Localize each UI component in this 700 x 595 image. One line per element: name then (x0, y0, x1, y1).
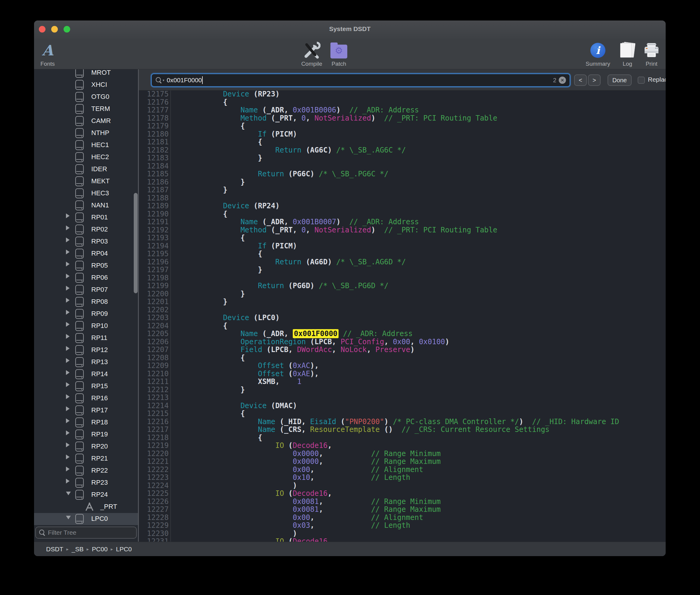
code-line: { (188, 138, 619, 146)
filter-tree-input[interactable]: Filter Tree (35, 527, 137, 539)
printer-icon (643, 40, 660, 60)
breadcrumb-item-_sb[interactable]: _SB (72, 545, 84, 553)
chevron-down-icon[interactable]: ▾ (163, 78, 164, 82)
breadcrumb-separator-icon: ▸ (66, 546, 69, 552)
sidebar-item-rp21[interactable]: RP21 (34, 453, 138, 465)
disclosure-closed-icon[interactable] (66, 370, 69, 375)
clear-search-icon[interactable]: ✕ (559, 77, 566, 84)
sidebar-item-camr[interactable]: CAMR (34, 115, 138, 127)
sidebar-item-rp02[interactable]: RP02 (34, 224, 138, 236)
disclosure-closed-icon[interactable] (66, 358, 69, 363)
sidebar-item-rp11[interactable]: RP11 (34, 332, 138, 344)
line-number: 12211 (139, 378, 169, 386)
sidebar-item-term[interactable]: TERM (34, 103, 138, 115)
sidebar-item-rp07[interactable]: RP07 (34, 284, 138, 296)
disclosure-closed-icon[interactable] (66, 466, 69, 472)
disclosure-closed-icon[interactable] (66, 310, 69, 315)
disclosure-open-icon[interactable] (66, 516, 71, 519)
sidebar-item-rp17[interactable]: RP17 (34, 404, 138, 417)
disclosure-closed-icon[interactable] (66, 286, 69, 290)
sidebar-item-rp04[interactable]: RP04 (34, 248, 138, 260)
sidebar-item-mrot[interactable]: MROT (34, 69, 138, 79)
disclosure-open-icon[interactable] (66, 491, 71, 495)
code-editor[interactable]: 1217512176121771217812179121801218112182… (139, 90, 666, 542)
sidebar-item-rp13[interactable]: RP13 (34, 356, 138, 368)
sidebar-item-rp01[interactable]: RP01 (34, 211, 138, 224)
code-line: { (188, 354, 619, 362)
sidebar-item-hec1[interactable]: HEC1 (34, 139, 138, 151)
sidebar-item-_prt[interactable]: _PRT (34, 501, 138, 513)
disclosure-closed-icon[interactable] (66, 214, 69, 218)
disclosure-closed-icon[interactable] (66, 418, 69, 423)
disclosure-closed-icon[interactable] (66, 406, 69, 411)
sidebar-item-hec3[interactable]: HEC3 (34, 188, 138, 200)
disclosure-closed-icon[interactable] (66, 237, 69, 242)
line-number: 12206 (139, 338, 169, 346)
find-next-button[interactable]: > (588, 75, 601, 86)
sidebar-item-rp03[interactable]: RP03 (34, 236, 138, 248)
sidebar-item-rp18[interactable]: RP18 (34, 417, 138, 429)
disclosure-closed-icon[interactable] (66, 479, 69, 483)
disclosure-closed-icon[interactable] (66, 334, 69, 339)
sidebar-item-hec2[interactable]: HEC2 (34, 151, 138, 163)
line-number: 12204 (139, 322, 169, 330)
find-previous-button[interactable]: < (574, 75, 587, 86)
sidebar-item-rp10[interactable]: RP10 (34, 320, 138, 332)
sidebar-item-rp09[interactable]: RP09 (34, 308, 138, 320)
disclosure-closed-icon[interactable] (66, 250, 69, 254)
device-icon (75, 418, 84, 427)
window-title: System DSDT (34, 25, 666, 33)
filter-search-icon (39, 529, 45, 536)
line-number: 12224 (139, 482, 169, 490)
sidebar-item-nthp[interactable]: NTHP (34, 127, 138, 139)
disclosure-closed-icon[interactable] (66, 455, 69, 459)
sidebar-item-xhci[interactable]: XHCI (34, 79, 138, 91)
sidebar-item-nan1[interactable]: NAN1 (34, 200, 138, 211)
sidebar-item-rp19[interactable]: RP19 (34, 429, 138, 441)
sidebar-item-rp24[interactable]: RP24 (34, 489, 138, 501)
line-number: 12197 (139, 266, 169, 274)
search-input[interactable]: ▾ 0x001F0000 2 ✕ (151, 73, 571, 87)
sidebar-item-rp16[interactable]: RP16 (34, 392, 138, 404)
print-button[interactable]: Print (632, 40, 666, 67)
breadcrumb-item-dsdt[interactable]: DSDT (46, 545, 63, 553)
breadcrumb-item-pc00[interactable]: PC00 (92, 545, 108, 553)
disclosure-closed-icon[interactable] (66, 274, 69, 279)
device-icon (75, 429, 84, 440)
sidebar-item-rp23[interactable]: RP23 (34, 477, 138, 489)
sidebar-item-rp08[interactable]: RP08 (34, 296, 138, 308)
line-number: 12198 (139, 274, 169, 282)
done-button[interactable]: Done (608, 75, 632, 86)
disclosure-closed-icon[interactable] (66, 225, 69, 230)
disclosure-closed-icon[interactable] (66, 382, 69, 387)
sidebar-item-label: RP13 (91, 358, 108, 366)
sidebar-item-rp15[interactable]: RP15 (34, 380, 138, 392)
disclosure-closed-icon[interactable] (66, 394, 69, 399)
text-caret (202, 76, 203, 84)
sidebar-item-lpc0[interactable]: LPC0 (34, 513, 138, 525)
disclosure-closed-icon[interactable] (66, 262, 69, 266)
disclosure-closed-icon[interactable] (66, 346, 69, 351)
sidebar-item-rp20[interactable]: RP20 (34, 441, 138, 453)
disclosure-closed-icon[interactable] (66, 443, 69, 447)
sidebar-item-rp14[interactable]: RP14 (34, 368, 138, 380)
sidebar-item-mekt[interactable]: MEKT (34, 175, 138, 188)
fonts-button[interactable]: A Fonts (34, 40, 67, 67)
disclosure-closed-icon[interactable] (66, 298, 69, 303)
replace-checkbox[interactable] (638, 77, 645, 84)
patch-button[interactable]: ⚙ Patch (319, 40, 359, 67)
disclosure-closed-icon[interactable] (66, 322, 69, 327)
code-line: } (188, 298, 619, 306)
sidebar-item-ider[interactable]: IDER (34, 163, 138, 175)
sidebar-scrollbar[interactable] (134, 193, 138, 293)
disclosure-closed-icon[interactable] (66, 430, 69, 435)
sidebar-item-rp05[interactable]: RP05 (34, 260, 138, 272)
sidebar-item-label: RP18 (91, 418, 108, 426)
sidebar-item-rp12[interactable]: RP12 (34, 344, 138, 356)
sidebar-item-otg0[interactable]: OTG0 (34, 91, 138, 103)
code-content[interactable]: Device (RP23) { Name (_ADR, 0x001B0006) … (188, 90, 619, 542)
code-line: } (188, 186, 619, 194)
sidebar-item-rp22[interactable]: RP22 (34, 465, 138, 477)
breadcrumb-item-lpc0[interactable]: LPC0 (116, 545, 132, 553)
sidebar-item-rp06[interactable]: RP06 (34, 272, 138, 284)
